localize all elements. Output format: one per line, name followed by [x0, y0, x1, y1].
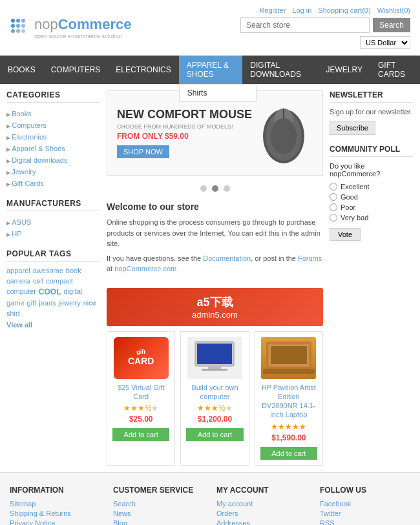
sidebar-item-apparel[interactable]: Apparel & Shoes	[6, 145, 65, 152]
nav-apparel[interactable]: APPAREL & SHOES	[179, 56, 243, 84]
nav-apparel-wrapper: APPAREL & SHOES Shirts	[179, 56, 243, 84]
tag-jeans[interactable]: jeans	[39, 299, 56, 307]
footer-cs-blog[interactable]: Blog	[113, 519, 204, 525]
wishlist-link[interactable]: Wishlist(0)	[377, 6, 410, 14]
tag-jewelry[interactable]: jewelry	[59, 299, 81, 307]
computer-title[interactable]: Build your own computer	[186, 383, 243, 402]
banner-text: NEW COMFORT MOUSE CHOOSE FROM HUNDREDS O…	[117, 108, 252, 158]
sidebar-item-computers[interactable]: Computers	[6, 121, 47, 129]
footer-facebook[interactable]: Facebook	[320, 500, 410, 508]
tag-awesome[interactable]: awesome	[33, 267, 63, 274]
tag-book[interactable]: book	[66, 267, 81, 274]
svg-point-0	[11, 19, 15, 23]
tags-grid: apparel awesome book camera cell compact…	[6, 267, 100, 317]
welcome-section: Welcome to our store Online shopping is …	[107, 195, 323, 285]
poll-label-excellent: Excellent	[341, 183, 370, 190]
sidebar-item-digital[interactable]: Digital downloads	[6, 156, 67, 164]
tag-shirt[interactable]: shirt	[6, 309, 20, 317]
gift-card-price: $25.00	[112, 415, 169, 424]
poll-section: COMMUNITY POLL Do you like nopCommerce? …	[330, 145, 414, 241]
login-link[interactable]: Log in	[292, 6, 311, 14]
svg-point-3	[11, 24, 15, 28]
welcome-text2-suffix: at	[107, 265, 114, 273]
tag-cell[interactable]: cell	[33, 277, 44, 285]
poll-radio-excellent[interactable]	[330, 183, 337, 190]
svg-rect-18	[202, 369, 227, 371]
svg-rect-16	[197, 344, 232, 364]
tag-nice[interactable]: nice	[83, 299, 96, 307]
documentation-link[interactable]: Documentation	[203, 254, 251, 262]
footer-cs-search[interactable]: Search	[113, 500, 204, 508]
footer-privacy[interactable]: Privacy Notice	[10, 519, 100, 525]
tag-digital[interactable]: digital	[64, 287, 83, 296]
footer-sitemap[interactable]: Sitemap	[10, 500, 100, 508]
footer-addresses[interactable]: Addresses	[216, 519, 307, 525]
subscribe-button[interactable]: Subscribe	[330, 121, 375, 135]
poll-label-good: Good	[341, 193, 358, 201]
gift-card-title[interactable]: $25 Virtual Gift Card	[112, 383, 169, 402]
banner-dot-3[interactable]	[224, 185, 230, 192]
register-link[interactable]: Register	[259, 6, 286, 14]
nav-gift-cards[interactable]: GIFT CARDS	[370, 56, 420, 84]
sidebar-manufacturer-asus[interactable]: ASUS	[6, 218, 31, 226]
nopcommerce-link[interactable]: nopCommerce.com	[114, 265, 176, 273]
computer-svg	[192, 338, 237, 377]
computer-price: $1,200.00	[186, 415, 243, 424]
tag-compact[interactable]: compact	[46, 277, 73, 285]
svg-point-5	[21, 24, 25, 28]
svg-rect-23	[263, 369, 315, 374]
welcome-text2-prefix: If you have questions, see the	[107, 254, 203, 262]
footer: INFORMATION Sitemap Shipping & Returns P…	[0, 472, 420, 525]
footer-twitter[interactable]: Twitter	[320, 510, 410, 517]
footer-shipping[interactable]: Shipping & Returns	[10, 510, 100, 517]
nav-apparel-dropdown: Shirts	[179, 84, 257, 102]
poll-radio-poor[interactable]	[330, 203, 337, 211]
nav-dropdown-shirts[interactable]: Shirts	[180, 85, 256, 101]
laptop-title[interactable]: HP Pavilion Artist Edition DV2890NR 14.1…	[260, 383, 317, 420]
sidebar-item-jewelry[interactable]: Jewelry	[6, 168, 36, 176]
footer-orders[interactable]: Orders	[216, 510, 307, 517]
sidebar-manufacturer-hp[interactable]: HP	[6, 230, 22, 238]
tag-cool[interactable]: COOL	[39, 287, 61, 296]
gift-card-add-to-cart-button[interactable]: Add to cart	[112, 428, 169, 441]
nav-electronics[interactable]: ELECTRONICS	[108, 60, 178, 79]
tag-gift[interactable]: gift	[27, 299, 37, 307]
nav-computers[interactable]: COMPUTERS	[43, 60, 109, 79]
main-nav: BOOKS COMPUTERS ELECTRONICS APPAREL & SH…	[0, 56, 420, 84]
computer-add-to-cart-button[interactable]: Add to cart	[186, 428, 243, 441]
tag-apparel[interactable]: apparel	[6, 267, 30, 274]
sidebar-item-books[interactable]: Books	[6, 110, 32, 118]
sidebar-item-gift-cards[interactable]: Gift Cards	[6, 180, 44, 187]
footer-customer-service-title: CUSTOMER SERVICE	[113, 486, 204, 495]
laptop-add-to-cart-button[interactable]: Add to cart	[260, 447, 317, 460]
newsletter-title: NEWSLETTER	[330, 90, 414, 103]
footer-cs-news[interactable]: News	[113, 510, 204, 517]
footer-account[interactable]: My account	[216, 500, 307, 508]
search-button[interactable]: Search	[373, 18, 410, 32]
nav-jewelry[interactable]: JEWELRY	[319, 60, 370, 79]
logo-commerce: Commerce	[58, 16, 132, 32]
tag-computer[interactable]: computer	[6, 287, 36, 296]
tag-game[interactable]: game	[6, 299, 25, 307]
footer-rss[interactable]: RSS	[320, 519, 410, 525]
banner-dot-2[interactable]	[212, 185, 218, 192]
vote-button[interactable]: Vote	[330, 228, 361, 241]
left-sidebar: CATEGORIES Books Computers Electronics A…	[6, 90, 100, 466]
tag-camera[interactable]: camera	[6, 277, 30, 285]
sidebar-item-electronics[interactable]: Electronics	[6, 133, 47, 141]
search-input[interactable]	[240, 17, 370, 33]
forums-link[interactable]: Forums	[298, 254, 322, 262]
manufacturers-list: ASUS HP	[6, 216, 100, 240]
newsletter-text: Sign up for our newsletter.	[330, 108, 414, 116]
shopping-cart-link[interactable]: Shopping cart(0)	[318, 6, 370, 14]
poll-radio-very-bad[interactable]	[330, 214, 337, 221]
poll-option-poor: Poor	[330, 203, 414, 211]
product-gift-card: gift CARD $25 Virtual Gift Card ★★★½★ $2…	[107, 331, 175, 466]
poll-radio-good[interactable]	[330, 193, 337, 201]
nav-digital[interactable]: DIGITAL DOWNLOADS	[242, 56, 318, 84]
nav-books[interactable]: BOOKS	[0, 60, 43, 79]
banner-dot-1[interactable]	[200, 185, 207, 192]
view-all-tags[interactable]: View all	[6, 321, 100, 329]
banner-shop-now-button[interactable]: SHOP NOW	[117, 145, 169, 158]
currency-select[interactable]: US Dollar	[360, 36, 410, 49]
